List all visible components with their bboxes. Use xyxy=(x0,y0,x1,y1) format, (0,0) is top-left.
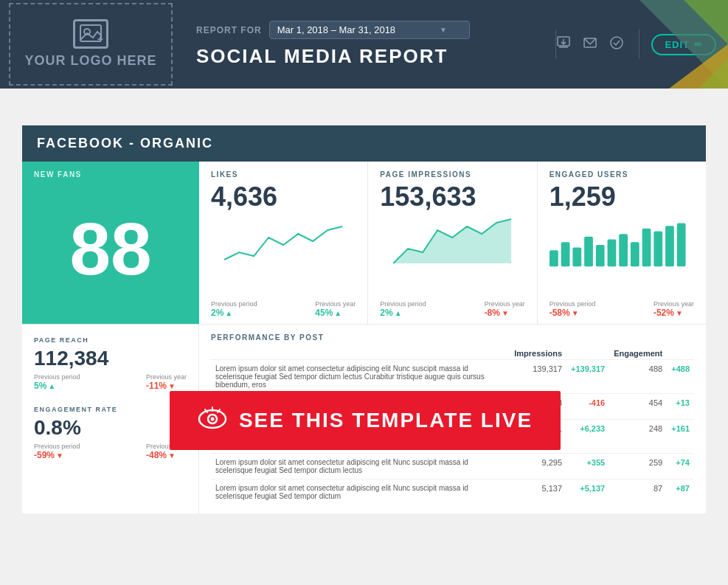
header-center: REPORT FOR Mar 1, 2018 – Mar 31, 2018 ▼ … xyxy=(181,21,555,68)
svg-rect-21 xyxy=(654,232,662,267)
page-reach-prev-year: Previous year -11% ▼ xyxy=(146,373,187,391)
likes-value: 4,636 xyxy=(211,181,356,212)
svg-point-6 xyxy=(611,37,623,49)
engagement-rate-prev-period-value: -59% ▼ xyxy=(34,450,80,460)
engaged-users-value: 1,259 xyxy=(550,181,694,212)
impressions-delta-col-header xyxy=(566,347,609,360)
impressions-delta: +139,317 xyxy=(566,360,609,394)
page-reach-prev-period-label: Previous period xyxy=(34,373,80,381)
post-text: Lorem ipsum dolor sit amet consectetur a… xyxy=(211,454,510,480)
impressions-chart xyxy=(380,215,524,297)
engagement-col-header: Engagement xyxy=(609,347,667,360)
impressions-prev-period-arrow: ▲ xyxy=(395,309,402,317)
logo-box: YOUR LOGO HERE xyxy=(9,3,173,86)
edit-pencil-icon: ✏ xyxy=(694,39,703,50)
svg-rect-14 xyxy=(572,248,581,267)
page-impressions-column: PAGE IMPRESSIONS 153,633 Previous period… xyxy=(368,162,537,324)
facebook-section-header: FACEBOOK - ORGANIC xyxy=(22,125,706,162)
facebook-section: FACEBOOK - ORGANIC NEW FANS 88 LIKES 4,6… xyxy=(22,125,706,513)
date-dropdown[interactable]: Mar 1, 2018 – Mar 31, 2018 ▼ xyxy=(269,21,470,39)
engaged-users-label: ENGAGED USERS xyxy=(550,170,694,179)
engaged-prev-period-value: -58% ▼ xyxy=(550,308,596,318)
engaged-prev-row: Previous period -58% ▼ Previous year -52… xyxy=(550,300,694,318)
email-icon[interactable] xyxy=(583,35,597,54)
engagement-value: 248 xyxy=(609,420,667,454)
impressions-delta: -416 xyxy=(566,394,609,420)
svg-point-26 xyxy=(210,418,214,421)
engaged-prev-period-label: Previous period xyxy=(550,300,596,308)
impressions-prev-period-label: Previous period xyxy=(380,300,426,308)
impressions-value: 9,295 xyxy=(510,454,566,480)
likes-prev-year: Previous year 45% ▲ xyxy=(315,300,356,318)
svg-rect-17 xyxy=(607,240,616,267)
engaged-users-column: ENGAGED USERS 1,259 Previous period -58%… xyxy=(538,162,706,324)
svg-rect-18 xyxy=(619,234,628,266)
likes-prev-period-arrow: ▲ xyxy=(225,309,232,317)
engaged-prev-year: Previous year -52% ▼ xyxy=(654,300,694,318)
overlay-banner[interactable]: SEE THIS TEMPLATE LIVE xyxy=(170,391,561,450)
header: YOUR LOGO HERE REPORT FOR Mar 1, 2018 – … xyxy=(0,0,728,89)
svg-rect-16 xyxy=(595,245,604,266)
page-reach-prev-year-value: -11% ▼ xyxy=(146,381,187,391)
engagement-rate-prev-year-value: -48% ▼ xyxy=(146,450,187,460)
engaged-prev-year-label: Previous year xyxy=(654,300,694,308)
svg-rect-15 xyxy=(584,237,593,266)
engagement-delta: +13 xyxy=(667,394,694,420)
svg-rect-0 xyxy=(80,25,101,41)
header-divider-2 xyxy=(639,30,639,59)
page-reach-prev-row: Previous period 5% ▲ Previous year -11% … xyxy=(34,373,187,391)
engagement-rate-prev-period-label: Previous period xyxy=(34,443,80,450)
impressions-prev-period-value: 2% ▲ xyxy=(380,308,426,318)
likes-chart xyxy=(211,215,356,297)
post-col-header xyxy=(211,347,510,360)
engagement-rate-prev-year-arrow: ▼ xyxy=(168,451,176,460)
engagement-rate-label: ENGAGEMENT RATE xyxy=(34,406,187,413)
impressions-col-header: Impressions xyxy=(510,347,566,360)
download-icon[interactable] xyxy=(556,35,571,54)
impressions-value: 139,317 xyxy=(510,360,566,394)
impressions-prev-year-label: Previous year xyxy=(485,300,525,308)
report-for-label: REPORT FOR xyxy=(196,25,262,35)
engagement-value: 87 xyxy=(609,480,667,505)
engagement-value: 259 xyxy=(609,454,667,480)
performance-table-header: Impressions Engagement xyxy=(211,347,694,360)
engagement-delta: +161 xyxy=(667,420,694,454)
likes-prev-year-label: Previous year xyxy=(315,300,356,308)
report-title: SOCIAL MEDIA REPORT xyxy=(196,45,555,68)
overlay-banner-text: SEE THIS TEMPLATE LIVE xyxy=(239,409,533,432)
logo-inner: YOUR LOGO HERE xyxy=(24,19,156,69)
new-fans-value: 88 xyxy=(34,181,187,315)
engaged-chart xyxy=(550,215,694,297)
engagement-delta: +87 xyxy=(667,480,694,505)
engaged-prev-period: Previous period -58% ▼ xyxy=(550,300,596,318)
date-range-text: Mar 1, 2018 – Mar 31, 2018 xyxy=(277,24,395,35)
post-text: Lorem ipsum dolor sit amet consectetur a… xyxy=(211,480,510,505)
content-wrap: FACEBOOK - ORGANIC NEW FANS 88 LIKES 4,6… xyxy=(0,125,728,513)
engagement-rate-prev-period-arrow: ▼ xyxy=(56,451,63,460)
eye-icon xyxy=(198,406,227,435)
page-reach-value: 112,384 xyxy=(34,347,187,370)
engaged-prev-year-arrow: ▼ xyxy=(676,309,683,317)
engagement-rate-prev-period: Previous period -59% ▼ xyxy=(34,443,80,460)
impressions-prev-row: Previous period 2% ▲ Previous year -8% ▼ xyxy=(380,300,524,318)
check-circle-icon[interactable] xyxy=(609,35,624,54)
header-right xyxy=(556,35,639,54)
logo-text: YOUR LOGO HERE xyxy=(24,53,156,69)
page-reach-prev-year-arrow: ▼ xyxy=(168,382,176,390)
impressions-delta: +5,137 xyxy=(566,480,609,505)
svg-rect-19 xyxy=(631,242,639,266)
spacer xyxy=(0,89,728,125)
engagement-rate-block: ENGAGEMENT RATE 0.8% Previous period -59… xyxy=(34,406,187,460)
svg-rect-20 xyxy=(642,229,651,267)
table-row: Lorem ipsum dolor sit amet consectetur a… xyxy=(211,454,694,480)
svg-rect-13 xyxy=(561,242,569,266)
logo-icon xyxy=(73,19,108,49)
engagement-value: 454 xyxy=(609,394,667,420)
likes-label: LIKES xyxy=(211,170,356,179)
page-impressions-label: PAGE IMPRESSIONS xyxy=(380,170,524,179)
engagement-value: 488 xyxy=(609,360,667,394)
engagement-rate-prev-row: Previous period -59% ▼ Previous year -48… xyxy=(34,443,187,460)
page-reach-prev-period-value: 5% ▲ xyxy=(34,381,80,391)
edit-button[interactable]: EDIT ✏ xyxy=(651,34,716,55)
stats-row: NEW FANS 88 LIKES 4,636 Previous period … xyxy=(22,162,706,324)
